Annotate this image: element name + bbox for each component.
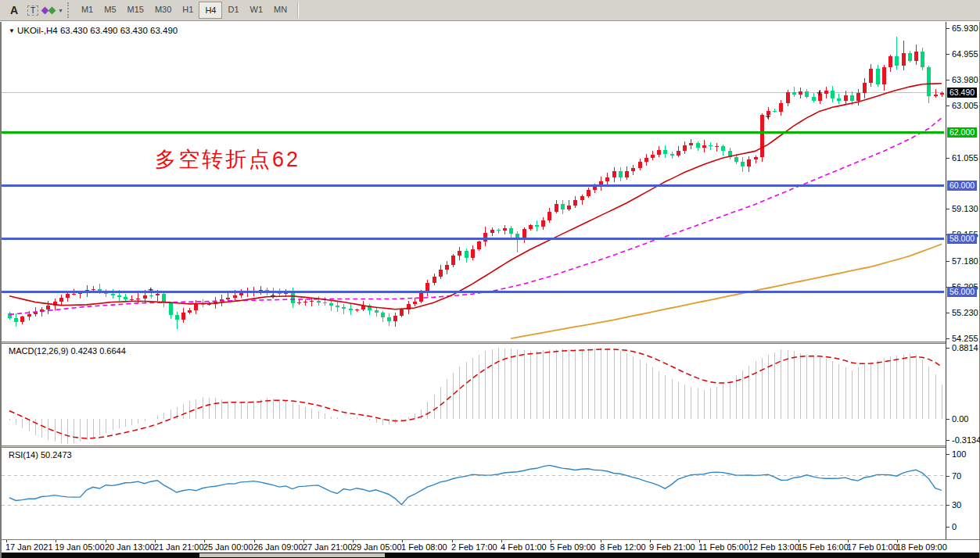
time-tick-label: 4 Feb 01:00: [501, 542, 547, 552]
axis-tick: [946, 80, 949, 80]
axis-tick: [946, 454, 949, 455]
toolbar-separator: [297, 2, 298, 18]
time-tick-label: 29 Jan 05:00: [352, 542, 402, 552]
timeframe-button-d1[interactable]: D1: [222, 2, 244, 17]
axis-tick: [946, 54, 949, 55]
axis-tick: [946, 313, 949, 313]
timeframe-button-m15[interactable]: M15: [122, 2, 149, 17]
label-tool-button[interactable]: T: [23, 2, 42, 19]
rsi-line: [9, 465, 942, 504]
axis-tick: [946, 419, 949, 420]
macd-tick-label: -0.3134: [952, 435, 980, 445]
macd-label: MACD(12,26,9) 0.4243 0.6644: [9, 346, 126, 356]
timeframe-button-m5[interactable]: M5: [99, 2, 121, 17]
label-tool-icon: T: [27, 5, 38, 16]
rsi-tick-label: 0: [952, 522, 957, 531]
time-tick-label: 18 Feb 09:00: [896, 542, 947, 552]
time-tick-label: 19 Jan 05:00: [55, 542, 105, 552]
price-tick-label: 59.130: [952, 204, 978, 213]
axis-tick: [946, 261, 949, 262]
time-tick-label: 21 Jan 21:00: [154, 542, 204, 552]
macd-signal-line: [9, 349, 942, 438]
price-tick-label: 61.055: [952, 153, 978, 163]
price-badge-60.000: 60.000: [947, 181, 977, 191]
timeframe-button-m1[interactable]: M1: [76, 2, 99, 17]
chevron-down-icon: ▼: [58, 8, 63, 13]
price-badge-62.000: 62.000: [947, 127, 977, 138]
price-tick-label: 65.930: [952, 23, 978, 33]
shapes-tool-button[interactable]: ▼: [42, 2, 63, 19]
chart-annotation-text: 多空转折点62: [155, 145, 300, 173]
axis-tick: [946, 476, 949, 477]
price-axis[interactable]: 65.93064.95563.98063.00561.05559.13058.1…: [946, 22, 979, 539]
time-tick-label: 2 Feb 17:00: [451, 542, 497, 552]
time-tick-label: 15 Feb 16:00: [798, 542, 849, 552]
price-badge-58.000: 58.000: [947, 234, 977, 244]
time-tick-label: 25 Jan 00:00: [203, 542, 253, 552]
scrollbar-thumb[interactable]: [199, 553, 385, 557]
timeframe-button-w1[interactable]: W1: [245, 2, 269, 17]
timeframe-toolbar: M1M5M15M30H1H4D1W1MN: [76, 2, 293, 19]
axis-tick: [946, 348, 949, 349]
price-badge-56.000: 56.000: [947, 287, 977, 297]
price-tick-label: 64.955: [952, 49, 978, 59]
axis-tick: [946, 338, 949, 339]
rsi-tick-label: 100: [952, 449, 966, 459]
axis-tick: [946, 527, 949, 528]
candles: [8, 37, 944, 328]
macd-histogram: [10, 348, 942, 444]
rsi-tick-label: 30: [952, 500, 961, 510]
price-tick-label: 54.255: [952, 334, 978, 343]
shape-diamond2-icon: [48, 6, 56, 14]
time-tick-label: 27 Jan 21:00: [303, 542, 353, 552]
time-tick-label: 11 Feb 05:00: [698, 542, 748, 552]
axis-tick: [946, 28, 949, 29]
axis-tick: [946, 440, 949, 441]
top-toolbar: A T ▼ M1M5M15M30H1H4D1W1MN: [0, 0, 980, 21]
time-tick-label: 1 Feb 08:00: [401, 542, 447, 552]
price-tick-label: 63.005: [952, 101, 978, 110]
axis-tick: [946, 209, 949, 209]
ohlc-values: 63.430 63.490 63.430 63.490: [60, 26, 178, 35]
time-tick-label: 26 Jan 09:00: [253, 542, 303, 552]
macd-tick-label: 0.8814: [952, 343, 978, 352]
text-tool-button[interactable]: A: [5, 2, 23, 19]
price-tick-label: 55.230: [952, 308, 978, 317]
timeframe-button-h4[interactable]: H4: [199, 2, 222, 19]
timeframe-button-mn[interactable]: MN: [268, 2, 293, 17]
axis-tick: [946, 106, 949, 106]
time-tick-label: 12 Feb 13:00: [748, 542, 799, 552]
chart-title: ▼UKOil-,H4 63.430 63.490 63.430 63.490: [9, 26, 178, 35]
axis-tick: [946, 158, 949, 159]
time-tick-label: 17 Jan 2021: [5, 542, 53, 552]
price-badge-63.490: 63.490: [947, 88, 977, 98]
macd-pane[interactable]: [2, 344, 946, 445]
time-tick-label: 8 Feb 12:00: [600, 542, 646, 552]
bottom-edge-strip: [2, 553, 979, 558]
timeframe-button-h1[interactable]: H1: [177, 2, 199, 17]
time-tick-label: 9 Feb 21:00: [649, 542, 695, 552]
time-tick-label: 5 Feb 09:00: [550, 542, 596, 552]
price-tick-label: 63.980: [952, 75, 978, 84]
macd-tick-label: 0.00: [952, 414, 968, 424]
collapse-triangle-icon[interactable]: ▼: [9, 27, 15, 34]
rsi-pane[interactable]: [2, 448, 946, 539]
toolbar-grip[interactable]: [67, 2, 70, 18]
price-tick-label: 57.180: [952, 256, 978, 266]
rsi-tick-label: 70: [952, 471, 961, 481]
ma-red-line: [9, 84, 942, 309]
time-axis[interactable]: 17 Jan 202119 Jan 05:0020 Jan 13:0021 Ja…: [2, 539, 979, 553]
chart-window: ▼UKOil-,H4 63.430 63.490 63.430 63.490 多…: [0, 22, 980, 558]
time-tick-label: 20 Jan 13:00: [105, 542, 155, 552]
rsi-label: RSI(14) 50.2473: [9, 450, 72, 460]
time-tick-label: 17 Feb 01:00: [847, 542, 898, 552]
symbol-period-label: UKOil-,H4: [17, 26, 58, 35]
timeframe-button-m30[interactable]: M30: [149, 2, 177, 17]
axis-tick: [946, 505, 949, 506]
ma-magenta-line: [9, 118, 942, 315]
price-pane[interactable]: [2, 22, 946, 342]
